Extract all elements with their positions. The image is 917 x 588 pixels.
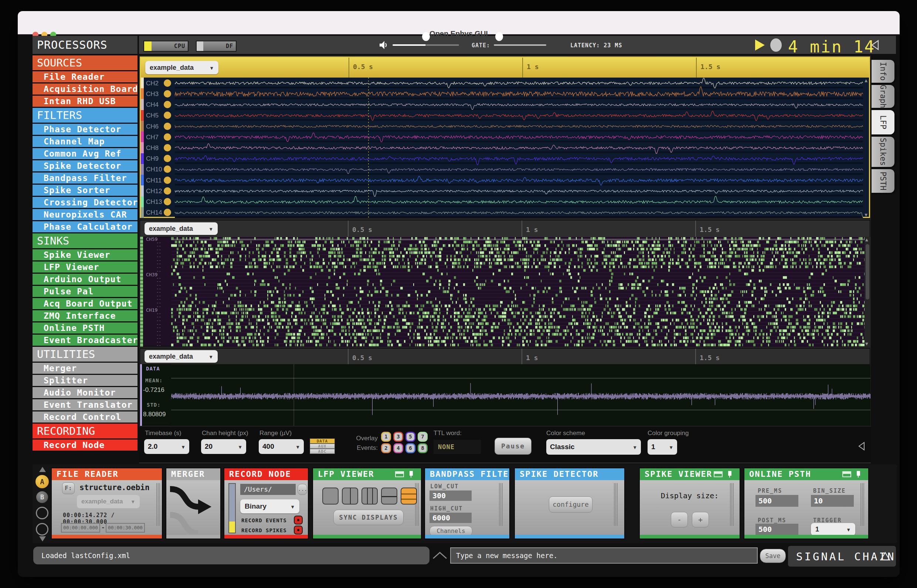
open-window-icon[interactable]: [842, 471, 851, 477]
channel-enable-dot-ch8[interactable]: [164, 144, 171, 152]
signal-type-adc-button[interactable]: ADC: [310, 449, 335, 454]
bin-size-field[interactable]: 10: [811, 495, 854, 507]
overlay-event-button-3[interactable]: 3: [393, 432, 403, 442]
rail-scroll-up-icon[interactable]: [39, 467, 46, 472]
processor-item-bandpass-filter[interactable]: Bandpass Filter: [32, 173, 138, 184]
lfp-traces-canvas[interactable]: [175, 78, 863, 218]
panel2-scroll-down-icon[interactable]: ▼: [865, 342, 868, 346]
range-select[interactable]: 400: [259, 439, 304, 454]
file-select-button[interactable]: F:: [62, 482, 75, 494]
record-events-toggle[interactable]: [294, 515, 303, 525]
overlay-event-button-4[interactable]: 4: [393, 443, 403, 453]
processor-item-merger[interactable]: Merger: [32, 363, 138, 374]
volume-slider-track-right[interactable]: [426, 44, 459, 46]
processor-item-audio-monitor[interactable]: Audio Monitor: [32, 387, 138, 398]
module-file-reader[interactable]: FILE READER F: structure.oebin example_d…: [52, 468, 162, 538]
pre-ms-field[interactable]: 500: [755, 495, 798, 507]
processor-item-spike-detector[interactable]: Spike Detector: [32, 160, 138, 171]
channel-enable-dot-ch5[interactable]: [164, 111, 171, 119]
panel1-scroll-down-icon[interactable]: ▼: [865, 213, 867, 217]
spike-viewer-drag-handle[interactable]: [730, 483, 734, 526]
channel-enable-dot-ch3[interactable]: [164, 90, 171, 97]
raster-canvas[interactable]: [171, 237, 865, 347]
online-psth-drag-handle[interactable]: [860, 483, 864, 526]
overlay-event-button-1[interactable]: 1: [381, 432, 391, 442]
record-button[interactable]: [770, 39, 782, 52]
channel-enable-dot-ch14[interactable]: [164, 209, 171, 216]
layout-three-columns-button[interactable]: [361, 488, 378, 504]
volume-slider-track[interactable]: [392, 44, 426, 46]
tab-psth[interactable]: PSTH: [872, 169, 894, 193]
module-online-psth[interactable]: ONLINE PSTH PRE_MS 500 BIN_SIZE 10 POST_…: [744, 468, 868, 538]
processor-item-spike-sorter[interactable]: Spike Sorter: [32, 185, 138, 196]
bandpass-drag-handle[interactable]: [499, 483, 503, 526]
gate-slider-thumb[interactable]: [495, 32, 503, 41]
color-scheme-select[interactable]: Classic: [546, 439, 641, 455]
module-record-node[interactable]: RECORD NODE /Users/ ... Binary RECORD EV…: [224, 468, 308, 538]
collapse-left-icon[interactable]: [870, 40, 880, 51]
open-window-icon[interactable]: [395, 471, 404, 477]
low-cut-field[interactable]: 300: [429, 491, 471, 501]
play-button[interactable]: [755, 40, 765, 51]
overlay-event-button-8[interactable]: 8: [418, 443, 428, 453]
module-merger[interactable]: MERGER: [166, 468, 220, 538]
color-grouping-select[interactable]: 1: [648, 439, 677, 455]
pin-tab-icon[interactable]: [857, 471, 860, 476]
open-window-icon[interactable]: [714, 471, 723, 477]
processor-item-zmq-interface[interactable]: ZMQ Interface: [32, 310, 138, 321]
overlay-event-button-6[interactable]: 6: [405, 443, 415, 453]
audio-config-a-button[interactable]: A: [36, 475, 49, 488]
end-time-input[interactable]: 00:00:30.000: [106, 523, 145, 533]
monitor-trace-canvas[interactable]: [171, 364, 870, 426]
sync-displays-button[interactable]: SYNC DISPLAYS: [334, 510, 403, 525]
record-path-field[interactable]: /Users/: [240, 484, 296, 495]
processor-item-lfp-viewer[interactable]: LFP Viewer: [32, 262, 138, 273]
chan-height-select[interactable]: 20: [201, 439, 246, 454]
module-spike-detector[interactable]: SPIKE DETECTOR configure: [515, 468, 624, 538]
layout-three-rows-button[interactable]: [401, 488, 417, 504]
module-bandpass-filter[interactable]: BANDPASS FILTER LOW_CUT 300 HIGH_CUT 600…: [425, 468, 509, 538]
record-format-select[interactable]: Binary: [240, 499, 300, 514]
channel-enable-dot-ch2[interactable]: [164, 79, 171, 87]
processor-item-intan-rhd-usb[interactable]: Intan RHD USB: [32, 96, 138, 107]
gate-slider-track[interactable]: [494, 44, 546, 46]
display-size-decrease-button[interactable]: -: [671, 512, 688, 527]
processor-item-phase-calculator[interactable]: Phase Calculator: [32, 221, 138, 232]
processor-item-neuropixels-car[interactable]: Neuropixels CAR: [32, 209, 138, 220]
tab-graph[interactable]: Graph: [872, 85, 894, 108]
start-time-input[interactable]: 00:00:00.000: [61, 523, 100, 533]
processor-item-acquisition-board[interactable]: Acquisition Board: [32, 84, 138, 95]
record-spikes-toggle[interactable]: [294, 526, 303, 535]
browse-path-button[interactable]: ...: [298, 484, 307, 495]
file-stream-selector[interactable]: example_data: [77, 495, 140, 508]
processor-item-common-avg-ref[interactable]: Common Avg Ref: [32, 148, 138, 159]
module-spike-viewer[interactable]: SPIKE VIEWER Display size: - +: [640, 468, 740, 538]
signal-chain-toggle-icon[interactable]: [880, 551, 891, 561]
panel2-stream-selector[interactable]: example_data: [144, 222, 218, 235]
file-reader-drag-handle[interactable]: [156, 483, 160, 526]
layout-two-columns-button[interactable]: [342, 488, 358, 504]
processor-item-record-node[interactable]: Record Node: [32, 439, 138, 451]
overlay-event-button-7[interactable]: 7: [418, 432, 428, 442]
processor-item-spike-viewer[interactable]: Spike Viewer: [32, 249, 138, 260]
expand-console-icon[interactable]: [432, 551, 448, 560]
overlay-event-button-5[interactable]: 5: [405, 432, 415, 442]
signal-type-data-button[interactable]: DATA: [310, 438, 335, 444]
channel-enable-dot-ch13[interactable]: [164, 198, 171, 205]
timebase-select[interactable]: 2.0: [144, 439, 189, 454]
display-size-increase-button[interactable]: +: [692, 512, 709, 527]
panel3-stream-selector[interactable]: example_data: [144, 350, 218, 363]
layout-single-button[interactable]: [322, 488, 339, 504]
processor-item-pulse-pal[interactable]: Pulse Pal: [32, 286, 138, 297]
processor-item-online-psth[interactable]: Online PSTH: [32, 322, 138, 334]
panel2-scrollbar[interactable]: ▲ ▼: [865, 237, 870, 347]
rail-slot-4-button[interactable]: [36, 523, 49, 536]
save-message-button[interactable]: Save: [760, 549, 786, 563]
monitor-display-panel-3[interactable]: example_data 0.5 s1 s1.5 s DATA MEAN: -0…: [140, 348, 870, 425]
panel1-scroll-up-icon[interactable]: ▲: [865, 78, 867, 83]
processor-item-acq-board-output[interactable]: Acq Board Output: [32, 298, 138, 309]
volume-slider-thumb[interactable]: [422, 32, 430, 41]
channel-enable-dot-ch6[interactable]: [164, 123, 171, 130]
tab-spikes[interactable]: Spikes: [872, 137, 894, 167]
pause-button[interactable]: Pause: [494, 438, 531, 455]
